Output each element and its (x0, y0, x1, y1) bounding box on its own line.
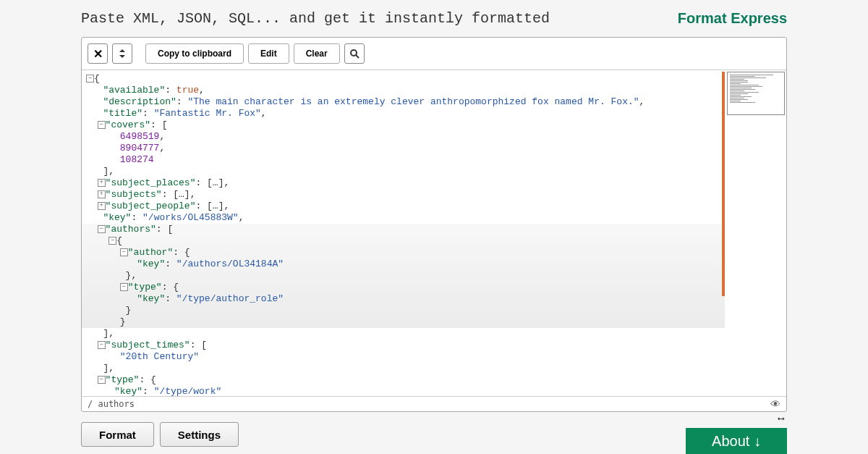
fold-icon[interactable]: + (98, 179, 106, 187)
search-icon[interactable] (344, 43, 365, 64)
about-button[interactable]: About ↓ (686, 428, 787, 454)
breadcrumb-path: / authors (88, 399, 135, 409)
copy-button[interactable]: Copy to clipboard (145, 43, 244, 64)
eye-icon[interactable]: 👁 (770, 398, 780, 410)
toolbar: ✕ Copy to clipboard Edit Clear (82, 38, 786, 70)
fold-icon[interactable]: − (120, 283, 128, 291)
code-viewer[interactable]: −{ "available": true, "description": "Th… (82, 70, 786, 396)
breadcrumb-bar: / authors 👁 (82, 396, 786, 411)
minimap[interactable] (727, 72, 785, 115)
close-icon[interactable]: ✕ (88, 43, 108, 64)
fold-icon[interactable]: + (98, 190, 106, 198)
svg-point-0 (351, 50, 357, 56)
main-panel: ✕ Copy to clipboard Edit Clear −{ "avail… (81, 37, 787, 412)
fold-icon[interactable]: − (120, 248, 128, 256)
expand-collapse-icon[interactable] (112, 43, 132, 64)
fold-icon[interactable]: + (98, 202, 106, 210)
fold-icon[interactable]: − (109, 237, 116, 245)
fold-icon[interactable]: − (98, 121, 106, 129)
brand-logo[interactable]: Format Express (678, 10, 787, 27)
fold-icon[interactable]: − (98, 341, 106, 349)
fold-icon[interactable]: − (98, 225, 106, 233)
format-button[interactable]: Format (81, 422, 154, 447)
edit-button[interactable]: Edit (248, 43, 289, 64)
fold-icon[interactable]: − (98, 376, 106, 384)
resize-icon[interactable]: ↔ (775, 412, 787, 425)
svg-line-1 (356, 55, 359, 58)
settings-button[interactable]: Settings (160, 422, 239, 447)
clear-button[interactable]: Clear (294, 43, 340, 64)
fold-icon[interactable]: − (86, 75, 94, 83)
tagline: Paste XML, JSON, SQL... and get it insta… (81, 10, 550, 27)
